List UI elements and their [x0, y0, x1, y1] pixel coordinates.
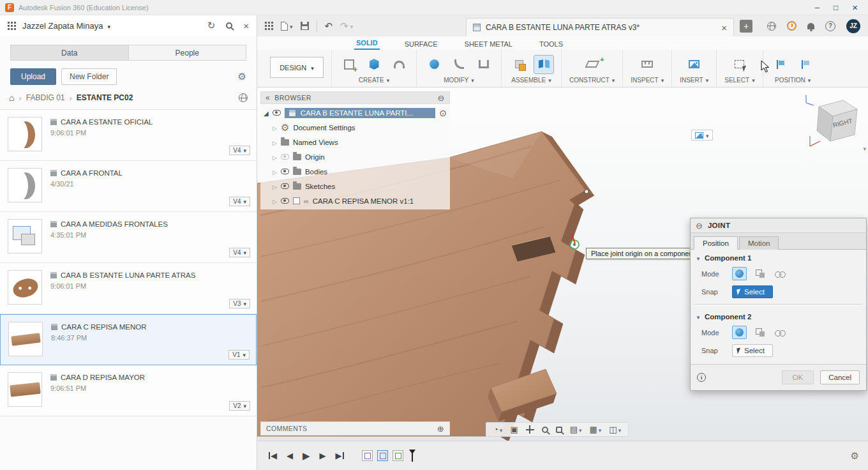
new-component-icon[interactable] — [509, 56, 528, 73]
grid-settings[interactable] — [590, 425, 602, 434]
insert-group-menu[interactable]: INSERT — [680, 77, 708, 86]
user-avatar[interactable]: JZ — [846, 19, 860, 33]
extensions-icon[interactable] — [787, 21, 797, 31]
mode-motion-icon[interactable] — [773, 267, 788, 280]
step-forward-button[interactable]: ▶ — [317, 451, 329, 460]
construct-group-menu[interactable]: CONSTRUCT — [569, 77, 615, 86]
visibility-eye-icon[interactable] — [281, 169, 289, 174]
team-dropdown[interactable]: Jazzel Zapata Minaya — [22, 21, 110, 31]
grid-menu-icon[interactable] — [8, 22, 16, 30]
visibility-eye-icon[interactable] — [281, 154, 289, 160]
refresh-icon[interactable] — [207, 20, 216, 31]
breadcrumb-project[interactable]: FABDIG 01 — [26, 93, 65, 102]
step-back-button[interactable]: ◀ — [284, 451, 296, 460]
file-card[interactable]: CARA A MEDIDAS FRONTALES 4:35:01 PM V4 — [0, 212, 257, 263]
tree-item-linked-component[interactable]: CARA C REPISA MENOR v1:1 — [260, 193, 450, 208]
tree-item-sketches[interactable]: Sketches — [260, 179, 450, 193]
tree-item-origin[interactable]: Origin — [260, 149, 450, 164]
loft-icon[interactable] — [389, 56, 408, 73]
close-tab-icon[interactable] — [721, 22, 727, 33]
shell-icon[interactable] — [474, 56, 493, 73]
play-button[interactable]: ▶ — [300, 450, 313, 462]
section-expand-icon[interactable] — [696, 313, 701, 321]
close-window-icon[interactable] — [852, 2, 858, 13]
undo-icon[interactable] — [325, 20, 333, 32]
expanded-triangle-icon[interactable] — [264, 109, 269, 117]
collapsed-triangle-icon[interactable] — [273, 124, 277, 132]
section-expand-icon[interactable] — [696, 254, 701, 262]
viewports-settings[interactable] — [609, 425, 621, 434]
file-card[interactable]: CARA B ESTANTE LUNA PARTE ATRAS 9:06:01 … — [0, 263, 257, 314]
version-dropdown[interactable]: V4 — [229, 197, 250, 206]
tree-item-named-views[interactable]: Named Views — [260, 135, 450, 149]
zoom-tool[interactable] — [542, 427, 548, 433]
fit-tool[interactable] — [556, 427, 562, 433]
version-dropdown[interactable]: V2 — [229, 401, 250, 411]
capture-position-icon[interactable] — [771, 56, 790, 73]
visibility-eye-icon[interactable] — [281, 198, 289, 204]
upload-button[interactable]: Upload — [10, 68, 56, 85]
fillet-icon[interactable] — [449, 56, 468, 73]
mode-motion-icon[interactable] — [773, 326, 788, 339]
viewcube[interactable]: RIGHT — [801, 93, 867, 154]
minimize-panel-icon[interactable] — [438, 93, 445, 103]
tab-motion[interactable]: Motion — [739, 236, 779, 250]
new-folder-button[interactable]: New Folder — [61, 68, 117, 85]
go-to-start-button[interactable]: ◀ — [266, 451, 280, 460]
tree-item-document-settings[interactable]: Document Settings — [260, 120, 450, 135]
tab-sheet-metal[interactable]: SHEET METAL — [463, 38, 514, 50]
collapsed-triangle-icon[interactable] — [273, 168, 277, 176]
display-mode-widget[interactable] — [691, 130, 713, 140]
maximize-icon[interactable] — [834, 3, 838, 12]
close-panel-icon[interactable] — [243, 20, 249, 31]
app-grid-icon[interactable] — [265, 22, 273, 30]
visibility-eye-icon[interactable] — [281, 183, 289, 189]
tab-position[interactable]: Position — [694, 236, 738, 250]
search-icon[interactable] — [226, 22, 232, 29]
cancel-button[interactable]: Cancel — [820, 370, 860, 384]
collapse-dialog-icon[interactable] — [696, 221, 703, 231]
mode-between-two-faces-icon[interactable] — [752, 267, 767, 280]
viewcube-menu-icon[interactable] — [863, 144, 866, 153]
go-to-end-button[interactable]: ▶ — [333, 451, 347, 460]
ok-button[interactable]: OK — [782, 370, 814, 384]
timeline-playhead[interactable] — [409, 450, 417, 462]
mode-simple-icon[interactable] — [732, 267, 747, 280]
component2-section-header[interactable]: Component 2 — [691, 308, 866, 323]
timeline-feature-body[interactable] — [393, 450, 403, 461]
help-icon[interactable] — [825, 21, 835, 31]
extrude-icon[interactable] — [364, 56, 384, 73]
inspect-group-menu[interactable]: INSPECT — [631, 77, 664, 86]
display-settings[interactable] — [570, 425, 582, 434]
file-card[interactable]: CARA A ESTANTE OFICIAL 9:06:01 PM V4 — [0, 110, 257, 161]
version-dropdown[interactable]: V4 — [229, 146, 250, 155]
expand-comments-icon[interactable] — [437, 424, 444, 434]
component1-section-header[interactable]: Component 1 — [691, 250, 866, 264]
mode-simple-icon[interactable] — [732, 326, 747, 339]
assemble-group-menu[interactable]: ASSEMBLE — [511, 77, 551, 86]
component1-select-button[interactable]: Select — [732, 285, 773, 298]
timeline-gear-icon[interactable] — [851, 450, 859, 462]
design-workspace-menu[interactable]: DESIGN — [270, 57, 324, 78]
visibility-eye-icon[interactable] — [273, 110, 281, 116]
version-dropdown[interactable]: V1 — [228, 350, 250, 360]
comments-bar[interactable]: COMMENTS — [260, 421, 450, 436]
file-card[interactable]: CARA A FRONTAL 4/30/21 V4 — [0, 161, 257, 212]
tab-people[interactable]: People — [129, 45, 247, 61]
home-icon[interactable] — [9, 93, 14, 103]
collapse-panel-icon[interactable] — [266, 93, 270, 102]
pan-tool[interactable] — [526, 425, 534, 434]
save-icon[interactable] — [301, 22, 309, 30]
collapsed-triangle-icon[interactable] — [273, 153, 277, 161]
joint-dialog-header[interactable]: JOINT — [691, 218, 866, 233]
gear-icon[interactable] — [238, 71, 246, 82]
new-tab-button[interactable] — [740, 20, 752, 33]
notifications-bell-icon[interactable] — [807, 23, 814, 29]
timeline-feature-sketch[interactable] — [362, 450, 373, 461]
component2-select-button[interactable]: Select — [732, 344, 773, 357]
redo-menu[interactable] — [340, 20, 353, 32]
minimize-icon[interactable] — [815, 3, 819, 12]
tab-data[interactable]: Data — [10, 45, 129, 61]
file-card-selected[interactable]: CARA C REPISA MENOR 8:46:37 PM V1 — [0, 314, 257, 365]
tab-tools[interactable]: TOOLS — [537, 38, 565, 50]
